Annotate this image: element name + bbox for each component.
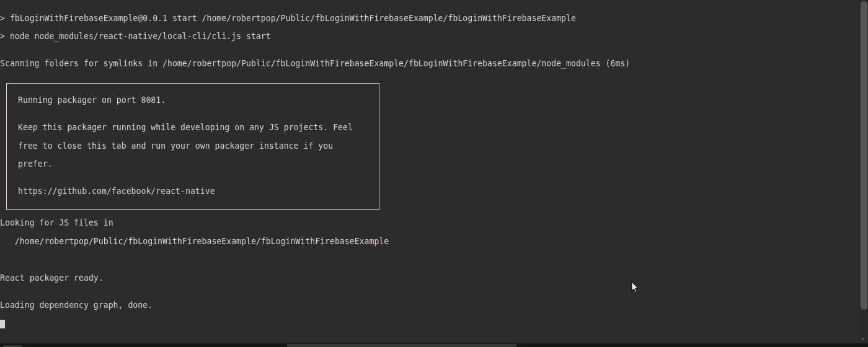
scrollbar-track[interactable]: ▾ (860, 0, 868, 347)
box-line: Keep this packager running while develop… (18, 123, 368, 133)
output-line: /home/robertpop/Public/fbLoginWithFireba… (0, 237, 859, 247)
box-line: Running packager on port 8081. (18, 96, 368, 105)
text-cursor (0, 320, 5, 328)
output-line: React packager ready. (0, 274, 859, 283)
output-line: > node node_modules/react-native/local-c… (0, 32, 859, 42)
box-line: https://github.com/facebook/react-native (18, 187, 368, 196)
taskbar-item[interactable] (287, 344, 516, 347)
box-line: free to close this tab and run your own … (18, 142, 368, 151)
output-line: Scanning folders for symlinks in /home/r… (0, 59, 859, 69)
taskbar[interactable] (0, 343, 868, 347)
info-box: Running packager on port 8081. Keep this… (6, 83, 379, 210)
scroll-down-icon[interactable]: ▾ (861, 336, 866, 341)
output-line: > fbLoginWithFirebaseExample@0.0.1 start… (0, 14, 859, 24)
terminal-output[interactable]: > fbLoginWithFirebaseExample@0.0.1 start… (0, 5, 859, 328)
output-line: Looking for JS files in (0, 219, 859, 228)
output-line: Loading dependency graph, done. (0, 301, 859, 310)
scrollbar-thumb[interactable] (861, 1, 867, 310)
box-line: prefer. (18, 160, 368, 169)
